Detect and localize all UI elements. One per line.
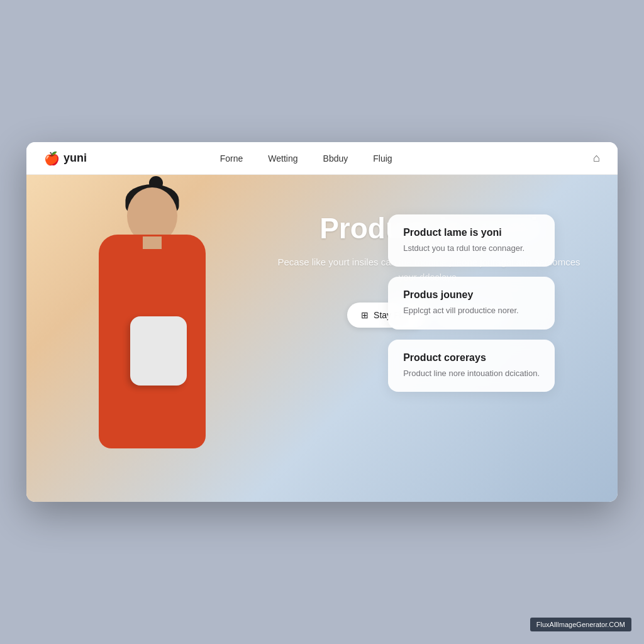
navbar: 🍎 yuni Forne Wetting Bbduy Fluig ⌂ [26,142,618,175]
hero-section: Produre is yumi Pecase like yourt insile… [26,175,618,502]
apple-logo-icon: 🍎 [44,151,60,166]
cards-section: Product lame is yoni Lstduct you ta rdul… [149,214,586,418]
card-3-desc: Product line nore intouation dcication. [403,367,540,380]
nav-links: Forne Wetting Bbduy Fluig [220,153,392,164]
brand-name: yuni [64,152,87,165]
nav-link-wetting[interactable]: Wetting [268,153,297,164]
card-2-title: Produs jouney [403,289,540,301]
watermark: FluxAllImageGenerator.COM [530,618,631,631]
nav-link-fluig[interactable]: Fluig [373,153,392,164]
logo-area: 🍎 yuni [44,151,119,166]
card-3-title: Product corerays [403,352,540,364]
card-3: Product corerays Product line nore intou… [388,340,555,392]
card-1-title: Product lame is yoni [403,227,540,238]
card-1-desc: Lstduct you ta rdul tore connager. [403,242,540,255]
home-icon[interactable]: ⌂ [593,152,600,165]
nav-link-bbduy[interactable]: Bbduy [323,153,348,164]
card-2: Produs jouney Epplcgt act vill productic… [388,277,555,330]
browser-window: 🍎 yuni Forne Wetting Bbduy Fluig ⌂ P [26,142,618,502]
card-1: Product lame is yoni Lstduct you ta rdul… [388,214,555,267]
card-2-desc: Epplcgt act vill productice norer. [403,304,540,317]
nav-link-forne[interactable]: Forne [220,153,243,164]
